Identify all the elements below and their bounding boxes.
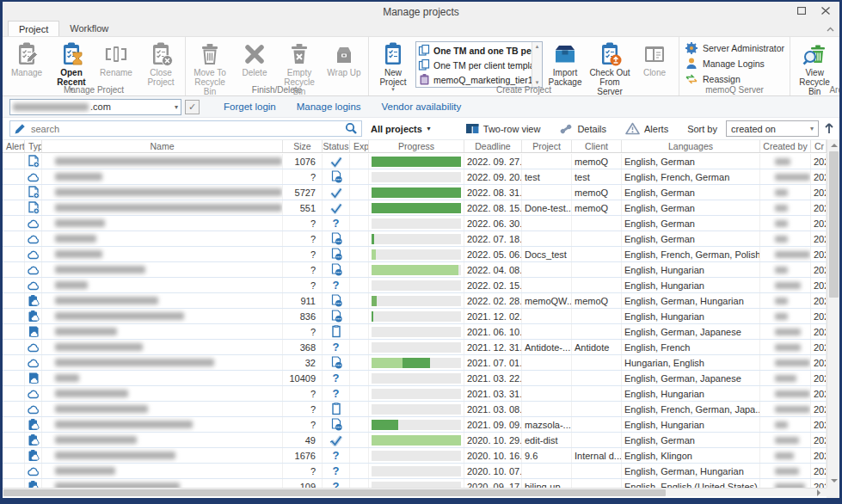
table-row[interactable]: 10762022. 09. 27.memoQEnglish, German202 (3, 154, 827, 169)
forget-login-link[interactable]: Forget login (224, 101, 276, 112)
server-administrator-menu-item[interactable]: Server Administrator (685, 41, 784, 55)
table-row[interactable]: ??2021. 03. 31.English, Hungarian202 (3, 386, 827, 402)
qat-button-document-icon[interactable] (99, 4, 114, 19)
search-input[interactable] (31, 124, 340, 134)
import-package-button[interactable]: Import Package (543, 39, 587, 87)
sort-direction-button[interactable] (824, 122, 834, 136)
progress-segment (372, 296, 377, 306)
server-address-combo[interactable]: .com▾ (9, 99, 181, 115)
table-row[interactable]: 8362021. 12. 02.English, Hungarian202 (3, 309, 827, 324)
horizontal-scroll-thumb[interactable] (3, 489, 666, 496)
sort-dropdown[interactable]: created on▾ (726, 120, 819, 137)
table-row[interactable]: 322021. 07. 01.Hungarian, English202 (3, 355, 827, 371)
vertical-scroll-thumb[interactable] (829, 151, 839, 298)
horizontal-scrollbar[interactable] (3, 488, 827, 496)
table-row[interactable]: 109?2020. 09. 17.biling-up...English, En… (3, 479, 827, 488)
redacted-created-by (775, 236, 788, 243)
redacted-created-by (775, 329, 801, 335)
two-row-view-toggle[interactable]: Two-row view (465, 122, 541, 135)
tab-project[interactable]: Project (8, 21, 59, 36)
qat-button-dictation-mic-icon[interactable] (121, 4, 136, 19)
vertical-scrollbar[interactable] (827, 139, 839, 488)
combo-dropdown-icon[interactable]: ▾ (175, 103, 178, 111)
table-row[interactable]: 1676?2020. 10. 16.9.6Internal d...Englis… (3, 448, 827, 464)
column-header-created-by[interactable]: Created by (760, 140, 811, 152)
column-header-progress[interactable]: Progress (369, 140, 464, 152)
scroll-up-arrow-icon[interactable] (827, 139, 839, 151)
languages-value: English, Hungarian (624, 280, 704, 291)
redacted-project-name (55, 328, 117, 335)
table-row[interactable]: 10409?2021. 03. 22.English, German, Japa… (3, 371, 827, 386)
column-header-status[interactable]: Status (323, 140, 350, 152)
maximize-button[interactable] (790, 2, 814, 20)
server-check-button[interactable]: ✓ (185, 100, 200, 114)
table-row[interactable]: ??2020. 10. 07.English, German, Hungaria… (3, 464, 827, 479)
alerts-toggle[interactable]: Alerts (625, 122, 668, 135)
languages-value: English, English (United States) (624, 482, 758, 489)
unknown-status-icon: ? (333, 449, 340, 462)
column-header-languages[interactable]: Languages (622, 140, 760, 152)
table-row[interactable]: ?2022. 07. 18.English, German202 (3, 231, 827, 247)
manage-logins-menu-item[interactable]: Manage Logins (685, 57, 784, 71)
search-box[interactable] (9, 120, 362, 137)
two-row-view-icon (465, 122, 479, 135)
checked-out-project-icon (27, 310, 40, 323)
created-value: 202 (814, 157, 827, 167)
size-value: 1076 (295, 157, 316, 167)
table-row[interactable]: 5512022. 08. 15.Done-test...memoQEnglish… (3, 200, 827, 216)
rename-button: Rename (94, 39, 138, 77)
reassign-menu-item[interactable]: Reassign (685, 72, 784, 86)
table-row[interactable]: ?2021. 09. 09.mazsola-...English, Hungar… (3, 417, 827, 433)
table-row[interactable]: ?2021. 06. 10.English, German, Japanese2… (3, 324, 827, 340)
table-row[interactable]: 492020. 10. 29.edit-distEnglish, German2… (3, 433, 827, 448)
column-header-name[interactable]: Name (42, 140, 283, 152)
languages-value: English, German (624, 435, 695, 446)
column-header-type[interactable]: Type (25, 140, 42, 152)
column-header-client[interactable]: Client (572, 140, 622, 152)
redacted-project-name (55, 281, 88, 289)
qat-button-options-gears-icon[interactable] (32, 4, 46, 19)
ribbon-collapse-icon[interactable] (827, 23, 834, 34)
trash-outline-icon (196, 40, 224, 68)
redacted-project-name (55, 312, 184, 320)
column-header-project[interactable]: Project (522, 140, 572, 152)
vendor-availability-link[interactable]: Vendor availability (382, 101, 462, 112)
search-magnifier-icon[interactable] (344, 121, 358, 137)
table-row[interactable]: ?2021. 03. 08.English, French, German, J… (3, 402, 827, 417)
new-project-button[interactable]: New Project▾ (371, 39, 415, 91)
wrap-up-button: Wrap Up (322, 39, 366, 77)
column-header-cr[interactable]: Cr (811, 140, 827, 152)
template-item[interactable]: One TM per client template (418, 58, 532, 72)
table-row[interactable]: 368?2021. 12. 31.Antidote-...AntidoteEng… (3, 340, 827, 355)
table-row[interactable]: ??2022. 02. 15.English, Hungarian202 (3, 278, 827, 293)
languages-value: English, Hungarian (624, 311, 704, 322)
scroll-right-arrow-icon[interactable] (813, 489, 825, 497)
scroll-down-arrow-icon[interactable] (827, 476, 839, 487)
manage-logins-link[interactable]: Manage logins (297, 101, 361, 112)
open-recent-button[interactable]: Open Recent▾ (49, 39, 94, 91)
template-item[interactable]: One TM and one TB per ... (418, 43, 532, 58)
table-row[interactable]: 57272022. 08. 31.memoQEnglish, German202 (3, 185, 827, 200)
close-button[interactable] (814, 2, 838, 20)
client-value: memoQ (575, 296, 608, 306)
column-header-export[interactable]: Export (350, 140, 369, 152)
table-row[interactable]: ?2022. 09. 20.testtestEnglish, French, G… (3, 169, 827, 185)
project-template-list[interactable]: One TM and one TB per ...One TM per clie… (415, 41, 543, 88)
tab-workflow[interactable]: Workflow (59, 21, 119, 36)
size-value: ? (310, 404, 316, 415)
details-toggle[interactable]: Details (559, 122, 606, 136)
qat-button-help-icon[interactable] (9, 4, 24, 19)
qat-button-resource-console-icon[interactable] (54, 4, 69, 19)
project-scope-dropdown[interactable]: All projects▼ (371, 124, 432, 134)
table-row[interactable]: ??2022. 06. 30.English, German202 (3, 216, 827, 231)
qat-button-server-cloud-gear-icon[interactable] (77, 4, 91, 19)
column-header-alert[interactable]: Alert (3, 140, 25, 152)
in-progress-document-icon (329, 294, 343, 307)
table-row[interactable]: ?2022. 05. 06.Docs_testEnglish, French, … (3, 247, 827, 262)
deadline-value: 2022. 02. 28. (467, 296, 522, 306)
table-row[interactable]: 9112022. 02. 28.memoQW...memoQEnglish, G… (3, 293, 827, 309)
column-header-size[interactable]: Size (283, 140, 323, 152)
column-header-deadline[interactable]: Deadline (464, 140, 522, 152)
table-row[interactable]: ?2022. 04. 08.English, Hungarian202 (3, 262, 827, 278)
template-list-scrollbar[interactable]: ▴▾ (532, 42, 542, 87)
